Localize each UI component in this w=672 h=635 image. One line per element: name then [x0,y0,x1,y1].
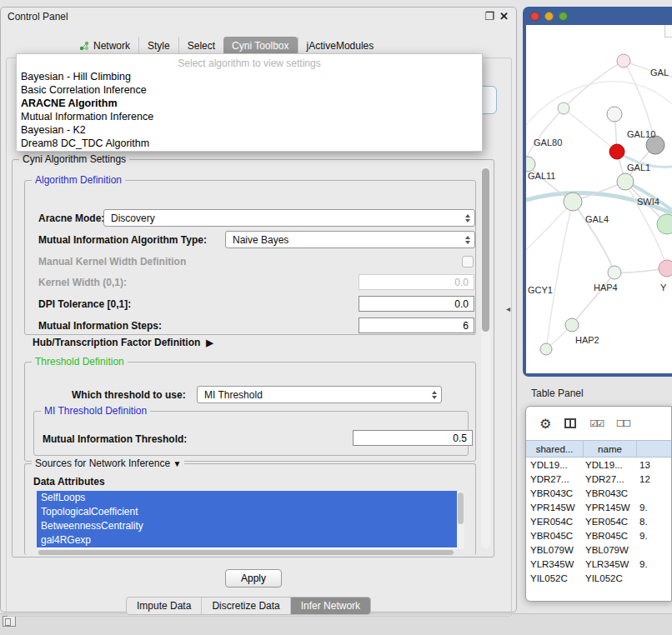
expand-right-icon: ▶ [206,338,213,348]
network-node[interactable] [608,266,621,279]
network-node[interactable] [526,157,535,172]
algorithm-option[interactable]: Mutual Information Inference [17,110,482,123]
algorithm-option[interactable]: ARACNE Algorithm [17,97,482,110]
network-node[interactable] [617,54,630,68]
network-tab-icon [79,41,89,51]
network-node[interactable] [565,318,579,332]
table-row[interactable]: YDL19...YDL19...13 [526,458,671,472]
network-node-label: GCY1 [528,285,553,295]
network-node[interactable] [540,343,552,355]
gear-icon[interactable]: ⚙ [539,416,551,432]
network-edge [526,202,573,250]
table-row[interactable]: YBL079WYBL079W [526,542,671,557]
attribute-list-scrollbar[interactable] [457,491,464,549]
network-node-label: HAP4 [594,282,618,292]
attribute-item[interactable]: TopologicalCoefficient [37,505,457,519]
mi-threshold-field[interactable] [353,430,473,446]
data-attributes-label: Data Attributes [33,476,105,488]
network-node[interactable] [617,173,634,190]
algorithm-option[interactable]: Bayesian - Hill Climbing [17,70,482,83]
algorithm-option[interactable]: Dream8 DC_TDC Algorithm [17,137,482,150]
mi-type-select[interactable]: Naive Bayes [225,231,475,248]
tab-jactivemodules[interactable]: jActiveModules [298,37,383,55]
tab-impute-data[interactable]: Impute Data [127,598,201,614]
sources-legend: Sources for Network Inference ▼ [32,458,184,470]
clear-checks-icon[interactable]: ☐☐ [616,418,629,429]
algorithm-option[interactable]: Bayesian - K2 [17,123,482,137]
settings-scrollbar[interactable] [481,167,490,548]
settings-legend: Cyni Algorithm Settings [19,153,129,165]
tab-discretize-data[interactable]: Discretize Data [201,598,289,614]
attribute-list-hscrollbar[interactable] [37,549,464,556]
window-title: Control Panel [8,11,68,22]
panel-toggle-icon[interactable] [3,616,16,627]
network-node[interactable] [558,102,569,114]
network-view-window: GALGAL80GAL10GAL11GAL1SWI4GAL4GCY1HAP4YH… [523,7,672,377]
table-cell: 12 [637,474,671,484]
kernel-width-field[interactable] [359,274,474,290]
attribute-list-scrollbar-thumb[interactable] [458,492,464,524]
manual-kernel-checkbox[interactable] [462,256,474,268]
table-row[interactable]: YPR145WYPR145W9. [526,500,671,514]
attribute-item[interactable]: SelfLoops [37,491,457,505]
table-row[interactable]: YLR345WYLR345W9. [526,557,671,571]
network-node[interactable] [659,260,672,277]
attribute-item[interactable]: BetweennessCentrality [37,519,457,533]
network-node[interactable] [607,107,622,122]
table-cell: YDR27... [526,474,584,484]
aracne-mode-select[interactable]: Discovery [103,209,475,227]
column-header[interactable]: shared... [526,441,584,457]
columns-icon[interactable] [564,418,576,428]
network-canvas[interactable]: GALGAL80GAL10GAL11GAL1SWI4GAL4GCY1HAP4YH… [526,25,672,373]
algorithm-option[interactable]: Basic Correlation Inference [17,83,482,97]
network-node[interactable] [609,144,624,159]
collapse-down-icon[interactable]: ▼ [173,459,181,468]
tab-style[interactable]: Style [138,37,178,55]
window-traffic-lights [530,12,568,21]
table-cell: YER054C [584,517,637,527]
tab-label: Style [148,40,170,52]
network-node-label: HAP2 [575,335,599,345]
float-window-icon[interactable]: ❐ [484,10,494,22]
table-row[interactable]: YDR27...YDR27...12 [526,472,671,486]
desktop: { "icons": { "window_float": "❐", "windo… [0,0,672,635]
column-header[interactable]: name [584,441,637,457]
table-row[interactable]: YER054CYER054C8. [526,514,671,528]
mi-steps-field[interactable] [359,318,474,333]
network-node-label: GAL10 [627,129,655,139]
close-traffic-light[interactable] [530,12,539,21]
network-node[interactable] [564,192,582,211]
hub-definition-toggle[interactable]: Hub/Transcription Factor Definition ▶ [33,337,213,348]
table-cell: 9. [637,559,671,569]
cyni-algorithm-settings-group: Cyni Algorithm Settings Algorithm Defini… [12,159,494,558]
table-row[interactable]: YBR045CYBR045C9. [526,528,671,542]
zoom-traffic-light[interactable] [559,12,568,21]
network-node-label: SWI4 [637,197,659,207]
table-toolbar: ⚙ ☑☑ ☐☐ [526,407,671,440]
network-scrollbar[interactable] [664,25,672,38]
tab-select[interactable]: Select [178,37,223,55]
table-row[interactable]: YBR043CYBR043C [526,486,671,500]
tab-network[interactable]: Network [71,37,138,55]
settings-scrollbar-thumb[interactable] [482,168,489,332]
apply-button[interactable]: Apply [225,569,282,588]
splitter-collapse-icon[interactable]: ◂ [506,304,510,313]
tab-label: jActiveModules [307,40,374,52]
which-threshold-select[interactable]: MI Threshold [197,386,442,403]
select-all-checks-icon[interactable]: ☑☑ [589,418,603,429]
attribute-list-hscrollbar-thumb[interactable] [38,550,454,555]
table-cell: 8. [637,517,671,527]
minimize-traffic-light[interactable] [544,12,554,21]
tab-infer-network[interactable]: Infer Network [290,598,370,614]
column-header[interactable] [637,441,671,457]
table-cell: YBR045C [584,531,637,541]
tab-label: Network [93,40,130,52]
table-cell: YPR145W [584,502,637,512]
table-cell: YDL19... [526,460,584,470]
dpi-tolerance-field[interactable] [359,296,474,312]
attribute-item[interactable]: gal4RGexp [37,533,457,548]
table-row[interactable]: YIL052CYIL052C [526,571,671,585]
tab-cyni-toolbox[interactable]: Cyni Toolbox [223,37,297,55]
close-window-icon[interactable]: ✕ [499,10,509,22]
table-cell: YIL052C [526,573,584,583]
